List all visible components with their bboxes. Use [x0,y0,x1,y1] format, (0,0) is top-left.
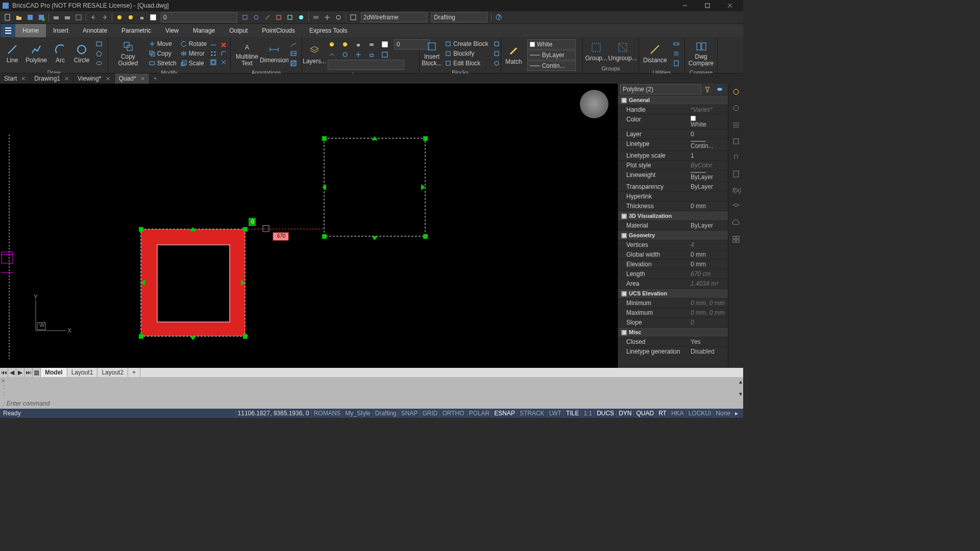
llck-icon[interactable] [365,50,378,59]
trim-icon[interactable] [209,41,218,49]
status-toggle[interactable]: ESNAP [492,410,517,417]
save-icon[interactable] [25,12,35,22]
status-toggle[interactable]: ROMANS [311,410,343,417]
tab-start[interactable]: Start✕ [0,73,30,84]
prop-row[interactable]: Global width0 mm [618,249,728,259]
tab-drawing1[interactable]: Drawing1✕ [30,73,74,84]
scroll-down-icon[interactable]: ▾ [739,390,742,397]
arc-button[interactable]: Arc [50,42,70,65]
blockify-button[interactable]: Blockify [443,49,489,58]
dynamic-input-value[interactable]: 0 [250,219,256,224]
liso-icon[interactable] [326,50,338,59]
plot-icon[interactable] [62,12,72,22]
prop-row[interactable]: Layer0 [618,129,728,139]
prop-group-header[interactable]: ▣Misc [618,327,728,337]
prev-layout-icon[interactable]: ◀ [8,368,16,377]
menu-pointclouds[interactable]: PointClouds [255,24,302,37]
open-icon[interactable] [14,12,24,22]
fillet-icon[interactable] [219,49,228,58]
erase-icon[interactable] [219,41,228,49]
dwg-compare-button[interactable]: Dwg Compare [687,39,715,68]
explode-icon[interactable] [219,58,228,66]
layer-state-dropdown[interactable] [328,60,404,70]
array-icon[interactable] [209,49,218,58]
prop-value[interactable]: 0 [688,130,728,139]
status-toggle[interactable]: GRID [420,410,439,417]
prop-row[interactable]: Plot styleByColor [618,160,728,170]
prop-row[interactable]: Minimum0 mm, 0 mm [618,298,728,308]
lineweight-dropdown[interactable]: Contin... [527,61,576,71]
group-button[interactable]: Group... [585,40,607,63]
workspace-dropdown[interactable]: Drafting [431,12,487,22]
layers-button[interactable]: Layers... [304,43,325,66]
lightbulb-icon[interactable] [731,88,741,97]
layer-color-icon[interactable] [148,12,158,22]
vs-icon[interactable] [348,12,358,22]
line-button[interactable]: Line [2,42,22,65]
color-dropdown[interactable]: White [527,39,576,49]
tool1-icon[interactable] [240,12,250,22]
status-toggle[interactable]: STRACK [517,410,547,417]
status-toggle[interactable]: POLAR [467,410,492,417]
prop-group-header[interactable]: ▣General [618,95,728,105]
prop-row[interactable]: Elevation0 mm [618,259,728,269]
menu-parametric[interactable]: Parametric [114,24,158,37]
prop-row[interactable]: Maximum0 mm, 0 mm [618,308,728,317]
prop-row[interactable]: LineweightByLayer [618,170,728,182]
menu-expresstools[interactable]: Express Tools [302,24,354,37]
circle-button[interactable]: Circle [71,42,92,65]
area-icon[interactable] [670,49,682,58]
prop-value[interactable]: White [688,115,728,129]
prop-row[interactable]: Length670 cm [618,269,728,279]
copy-button[interactable]: Copy [147,49,178,58]
settings-icon[interactable] [333,12,344,22]
lmatch-icon[interactable] [379,50,391,59]
prop-value[interactable] [688,192,728,201]
add-layout-button[interactable]: + [128,368,140,377]
polyline-button[interactable]: Polyline [23,42,49,65]
prop-value[interactable]: Contin... [688,139,728,151]
prop-value[interactable]: 0 mm, 0 mm [688,308,728,317]
prop-value[interactable]: *Varies* [688,105,728,114]
prop-value[interactable]: ByLayer [688,182,728,191]
drawing-canvas[interactable]: Y X 0 670 W [0,84,618,368]
status-toggle[interactable]: DYN [616,410,633,417]
prop-value[interactable]: 4 [688,240,728,249]
layer-sun-icon[interactable] [339,39,351,49]
prop-row[interactable]: Linetype generationDisabled [618,346,728,356]
prop-value[interactable]: ByLayer [688,170,728,182]
calc-icon[interactable] [670,59,682,68]
app-menu-button[interactable] [1,24,15,37]
layout-2[interactable]: Layout2 [97,368,128,377]
sheets-icon[interactable] [731,169,741,179]
rotate-button[interactable]: Rotate [179,39,208,48]
copy-guided-button[interactable]: Copy Guided [110,39,146,68]
distance-button[interactable]: Distance [641,42,669,65]
status-toggle[interactable]: LWT [547,410,564,417]
prop-value[interactable]: Disabled [688,347,728,356]
match-button[interactable]: Match [503,44,524,66]
status-toggle[interactable]: HKA [669,410,686,417]
polygon-icon[interactable] [93,49,105,58]
layer-plot-icon[interactable] [365,39,378,49]
layer-bulb-icon[interactable] [326,39,338,49]
sliders-icon[interactable] [731,120,741,130]
move-button[interactable]: Move [147,39,178,48]
next-layout-icon[interactable]: ▶ [16,368,24,377]
attach-icon[interactable] [731,153,741,162]
last-layout-icon[interactable]: ⏭ [24,368,33,377]
status-toggle[interactable]: Drafting [373,410,399,417]
cube-icon[interactable] [731,137,741,146]
prop-row[interactable]: Handle*Varies* [618,105,728,114]
status-toggle[interactable]: QUAD [633,410,656,417]
status-toggle[interactable]: My_Style [342,410,372,417]
undo-icon[interactable] [88,12,99,22]
grid-icon[interactable] [731,235,741,244]
tool7-icon[interactable] [311,12,321,22]
fx-icon[interactable]: f(x) [731,186,741,195]
create-block-button[interactable]: Create Block [443,39,489,48]
stretch-button[interactable]: Stretch [147,59,178,68]
help-icon[interactable]: ? [494,12,504,22]
visual-style-dropdown[interactable]: 2dWireframe [361,12,427,22]
tool2-icon[interactable] [251,12,261,22]
